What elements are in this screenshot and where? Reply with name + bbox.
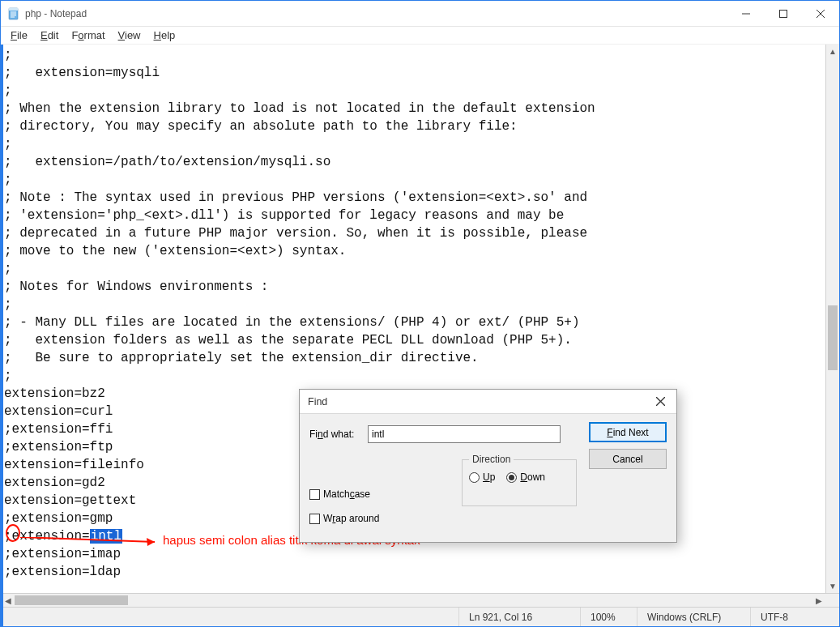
wrap-around-checkbox[interactable]: Wrap around — [309, 513, 379, 524]
status-spacer — [1, 608, 458, 626]
scrollbar-corner — [825, 594, 839, 608]
find-close-button[interactable] — [644, 390, 676, 413]
scroll-up-arrow-icon[interactable]: ▲ — [826, 45, 839, 58]
notepad-icon — [7, 7, 20, 20]
editor-line[interactable]: ; extension folders as well as the separ… — [4, 331, 825, 349]
svg-rect-1 — [9, 8, 18, 11]
radio-icon — [469, 472, 480, 483]
find-dialog-titlebar[interactable]: Find — [300, 390, 676, 414]
vertical-scrollbar[interactable]: ▲ ▼ — [825, 45, 839, 593]
status-position: Ln 921, Col 16 — [458, 608, 580, 626]
status-line-ending: Windows (CRLF) — [637, 608, 750, 626]
find-what-input[interactable] — [368, 425, 561, 443]
editor-line[interactable]: ; 'extension='php_<ext>.dll') is support… — [4, 207, 825, 224]
editor-line[interactable]: ; Notes for Windows environments : — [4, 278, 825, 296]
scroll-left-arrow-icon[interactable]: ◀ — [1, 594, 15, 607]
scroll-right-arrow-icon[interactable]: ▶ — [812, 594, 825, 607]
editor-line[interactable]: ; Be sure to appropriately set the exten… — [4, 349, 825, 367]
horizontal-scroll-thumb[interactable] — [15, 595, 128, 605]
minimize-button[interactable] — [727, 1, 765, 26]
find-dialog[interactable]: Find Find what: Direction Up Down Match … — [299, 389, 677, 543]
menu-help[interactable]: Help — [147, 28, 182, 42]
scroll-down-arrow-icon[interactable]: ▼ — [826, 579, 839, 593]
direction-down-radio[interactable]: Down — [506, 471, 545, 483]
window-controls — [727, 1, 839, 26]
editor-line[interactable]: ; — [4, 296, 825, 314]
editor-line[interactable]: ; — [4, 171, 825, 189]
editor-line[interactable]: ; - Many DLL files are located in the ex… — [4, 314, 825, 331]
direction-label: Direction — [469, 454, 514, 465]
titlebar[interactable]: php - Notepad — [1, 1, 839, 27]
editor-line[interactable]: ; — [4, 367, 825, 385]
find-dialog-body: Find what: Direction Up Down Match case … — [300, 414, 676, 542]
editor-line[interactable]: ; extension=mysqli — [4, 64, 825, 82]
menubar: File Edit Format View Help — [1, 27, 839, 45]
editor-line[interactable]: ;extension=ldap — [4, 563, 825, 581]
vertical-scroll-thumb[interactable] — [828, 305, 838, 370]
direction-group: Direction Up Down — [462, 459, 577, 506]
svg-rect-7 — [780, 10, 787, 17]
editor-line[interactable]: ; extension=/path/to/extension/mysqli.so — [4, 153, 825, 171]
window-title: php - Notepad — [25, 8, 87, 19]
selection: intl — [90, 529, 122, 544]
radio-icon — [506, 472, 517, 483]
menu-edit[interactable]: Edit — [34, 28, 65, 42]
find-dialog-title: Find — [308, 396, 327, 407]
horizontal-scrollbar[interactable]: ◀ ▶ — [1, 594, 825, 607]
find-next-button[interactable]: Find Next — [589, 422, 667, 442]
editor-line[interactable]: ; — [4, 82, 825, 100]
status-encoding: UTF-8 — [750, 608, 839, 626]
editor-line[interactable]: ; When the extension library to load is … — [4, 100, 825, 117]
menu-file[interactable]: File — [4, 28, 34, 42]
close-button[interactable] — [802, 1, 839, 26]
editor-line[interactable]: ; — [4, 46, 825, 64]
editor-line[interactable]: ; directory, You may specify an absolute… — [4, 117, 825, 135]
match-case-checkbox[interactable]: Match case — [309, 488, 370, 500]
editor-line[interactable]: ; — [4, 260, 825, 278]
menu-view[interactable]: View — [112, 28, 147, 42]
checkbox-icon — [309, 489, 320, 500]
cancel-button[interactable]: Cancel — [589, 449, 667, 469]
editor-line[interactable]: ; move to the new ('extension=<ext>) syn… — [4, 242, 825, 260]
direction-up-radio[interactable]: Up — [469, 471, 495, 483]
notepad-window: php - Notepad File Edit Format View Help… — [0, 0, 840, 627]
editor-line[interactable]: ; deprecated in a future PHP major versi… — [4, 224, 825, 242]
maximize-button[interactable] — [765, 1, 802, 26]
horizontal-scrollbar-row: ◀ ▶ — [1, 593, 839, 607]
statusbar: Ln 921, Col 16 100% Windows (CRLF) UTF-8 — [1, 607, 839, 626]
menu-format[interactable]: Format — [65, 28, 111, 42]
editor-line[interactable]: ;extension=imap — [4, 545, 825, 563]
status-zoom: 100% — [580, 608, 637, 626]
editor-line[interactable]: ; — [4, 135, 825, 153]
editor-line[interactable]: ; Note : The syntax used in previous PHP… — [4, 189, 825, 207]
checkbox-icon — [309, 514, 320, 524]
find-what-label: Find what: — [309, 429, 361, 440]
